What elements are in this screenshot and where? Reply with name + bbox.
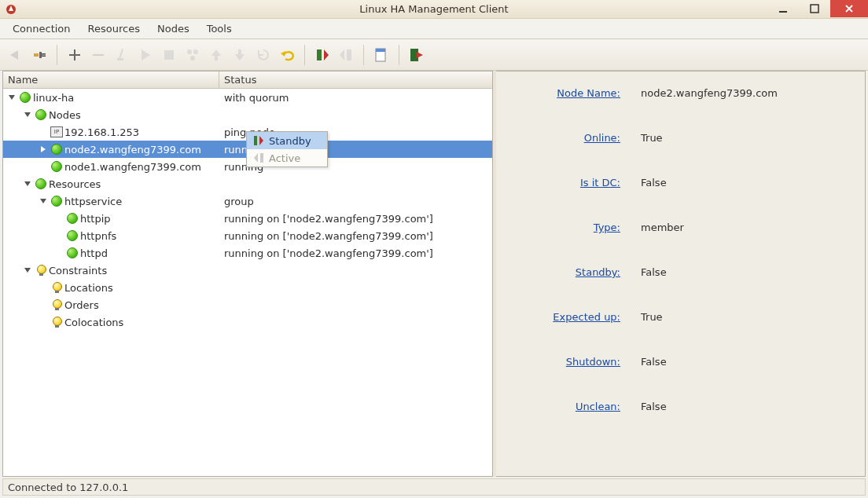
tree-row-httpip[interactable]: httpip running on ['node2.wangfeng7399.c…	[3, 210, 492, 227]
label-is-dc[interactable]: Is it DC:	[507, 177, 641, 189]
tool-undo-icon[interactable]	[276, 44, 298, 66]
toolbar-separator	[363, 45, 364, 65]
active-icon	[253, 152, 264, 163]
tree-label: httpd	[80, 247, 108, 259]
tool-cleanup-icon[interactable]	[111, 44, 133, 66]
tree-row-root[interactable]: linux-ha with quorum	[3, 89, 492, 106]
expander-icon[interactable]	[22, 178, 33, 189]
expander-icon[interactable]	[22, 265, 33, 276]
tool-back-icon[interactable]	[5, 44, 27, 66]
menu-tools[interactable]: Tools	[199, 20, 240, 37]
tree-label: Orders	[64, 299, 99, 311]
expander-icon[interactable]	[22, 109, 33, 120]
expander-icon[interactable]	[6, 92, 17, 103]
svg-rect-2	[811, 5, 818, 13]
ctx-active: Active	[247, 149, 327, 167]
tool-active-icon[interactable]	[335, 44, 357, 66]
tree-label: Colocations	[64, 317, 123, 328]
svg-point-10	[187, 49, 192, 54]
column-status[interactable]: Status	[219, 71, 492, 88]
status-text: Connected to 127.0.0.1	[8, 482, 128, 493]
bulb-icon	[51, 317, 62, 328]
tool-exit-icon[interactable]	[406, 44, 428, 66]
svg-rect-9	[164, 50, 174, 60]
tool-refresh-icon[interactable]	[252, 44, 274, 66]
tree-row-httpservice[interactable]: httpservice group	[3, 192, 492, 210]
status-dot-icon	[67, 213, 78, 224]
status-bar: Connected to 127.0.0.1	[2, 478, 866, 496]
svg-rect-5	[42, 53, 46, 55]
tree-row-httpnfs[interactable]: httpnfs running on ['node2.wangfeng7399.…	[3, 227, 492, 244]
svg-rect-3	[34, 53, 39, 57]
svg-rect-19	[260, 153, 263, 163]
tree-row-orders[interactable]: Orders	[3, 296, 492, 313]
label-expected-up[interactable]: Expected up:	[507, 311, 641, 323]
label-shutdown[interactable]: Shutdown:	[507, 356, 641, 368]
status-dot-icon	[51, 161, 62, 172]
tool-connect-icon[interactable]	[28, 44, 50, 66]
tree-label: httpservice	[64, 196, 122, 207]
minimize-button[interactable]	[767, 0, 799, 17]
ctx-standby[interactable]: Standby	[247, 132, 327, 149]
value-type: member	[641, 222, 684, 233]
expander-icon[interactable]	[38, 144, 49, 155]
svg-rect-4	[39, 52, 42, 58]
status-dot-icon	[35, 178, 46, 189]
bulb-icon	[35, 265, 46, 276]
tool-standby-icon[interactable]	[311, 44, 333, 66]
tree-status: running on ['node2.wangfeng7399.com']	[219, 230, 492, 242]
tree-panel: Name Status linux-ha with quorum Nodes	[2, 71, 493, 477]
tool-remove-icon[interactable]	[87, 44, 109, 66]
status-dot-icon	[35, 109, 46, 120]
ctx-label: Standby	[269, 135, 311, 147]
svg-rect-1	[779, 11, 787, 13]
svg-rect-13	[317, 49, 322, 60]
tool-view-icon[interactable]	[370, 44, 392, 66]
tool-default-icon[interactable]	[182, 44, 204, 66]
tree-row-constraints[interactable]: Constraints	[3, 262, 492, 279]
tree-row-nodes[interactable]: Nodes	[3, 106, 492, 123]
value-standby: False	[641, 266, 667, 278]
svg-point-11	[193, 49, 198, 54]
menu-resources[interactable]: Resources	[80, 20, 148, 37]
svg-rect-8	[117, 58, 123, 60]
tree-row-httpd[interactable]: httpd running on ['node2.wangfeng7399.co…	[3, 244, 492, 262]
value-online: True	[641, 132, 663, 144]
status-dot-icon	[20, 92, 31, 103]
svg-rect-18	[254, 136, 257, 145]
tool-up-icon[interactable]	[205, 44, 227, 66]
tool-add-icon[interactable]	[64, 44, 86, 66]
tree-label: Constraints	[49, 265, 107, 276]
tool-stop-icon[interactable]	[158, 44, 180, 66]
menu-nodes[interactable]: Nodes	[149, 20, 197, 37]
label-standby[interactable]: Standby:	[507, 266, 641, 278]
label-type[interactable]: Type:	[507, 222, 641, 233]
ctx-label: Active	[269, 152, 300, 164]
column-name[interactable]: Name	[3, 71, 219, 88]
label-node-name[interactable]: Node Name:	[507, 87, 641, 99]
tree-label: httpnfs	[80, 230, 116, 242]
tree-row-colocations[interactable]: Colocations	[3, 313, 492, 331]
toolbar-separator	[399, 45, 399, 65]
expander-icon[interactable]	[38, 196, 49, 207]
tree-status: running on ['node2.wangfeng7399.com']	[219, 247, 492, 259]
svg-rect-16	[376, 49, 385, 52]
tool-down-icon[interactable]	[229, 44, 251, 66]
close-button[interactable]	[830, 0, 868, 17]
tree-row-resources[interactable]: Resources	[3, 175, 492, 192]
label-online[interactable]: Online:	[507, 132, 641, 144]
tree-label: linux-ha	[33, 92, 74, 104]
tree-label: Nodes	[49, 109, 81, 121]
maximize-button[interactable]	[799, 0, 830, 17]
menu-connection[interactable]: Connection	[5, 20, 79, 37]
label-unclean[interactable]: Unclean:	[507, 401, 641, 412]
tool-start-icon[interactable]	[134, 44, 156, 66]
app-icon	[5, 3, 17, 16]
context-menu: Standby Active	[246, 131, 328, 167]
tree-row-locations[interactable]: Locations	[3, 279, 492, 296]
menu-bar: Connection Resources Nodes Tools	[0, 19, 868, 39]
status-dot-icon	[67, 230, 78, 241]
toolbar	[0, 39, 868, 71]
tree-label: Locations	[64, 282, 113, 294]
status-dot-icon	[67, 247, 78, 258]
